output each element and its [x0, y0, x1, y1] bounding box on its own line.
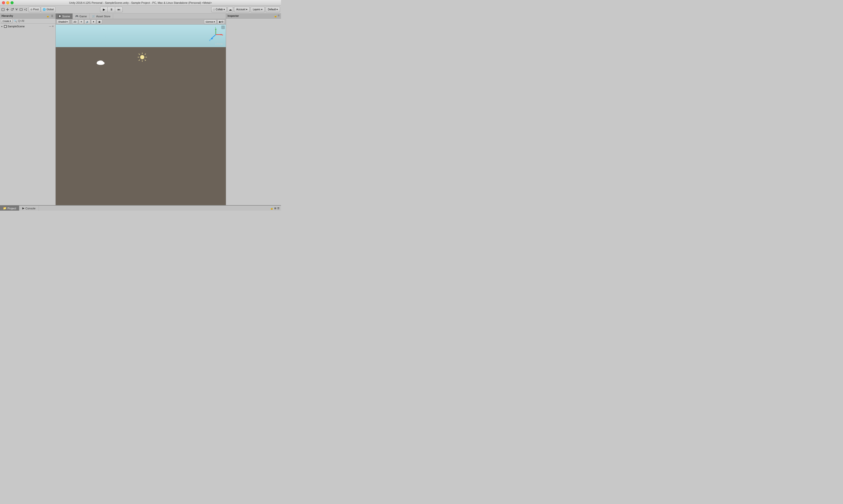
inspector-content [226, 19, 281, 205]
inspector-lock-icon[interactable]: 🔒 [274, 15, 277, 17]
cloud-object [96, 60, 105, 67]
game-tab-icon: 🎮 [75, 15, 78, 18]
gizmos-group: Gizmos ▾ ◉All [204, 20, 225, 24]
hierarchy-item-samplescene[interactable]: ▸ 🔲 SampleScene — ✕ [0, 24, 55, 29]
hierarchy-lock-icon[interactable]: 🔒 [46, 14, 49, 18]
hierarchy-content: ▸ 🔲 SampleScene — ✕ [0, 23, 55, 205]
cloud-upload-button[interactable]: ☁ [228, 7, 233, 12]
bottom-lock-icon[interactable]: 🔒 [270, 207, 273, 210]
persp-label: ◂ Persp [215, 43, 223, 45]
global-button[interactable]: 🌐 Global [41, 7, 55, 12]
svg-marker-31 [210, 38, 213, 40]
scene-area: 🔲 Scene 🎮 Game 🛒 Asset Store Shaded ▾ 2D [56, 14, 226, 205]
hierarchy-panel: Hierarchy 🔒 ☰ Create ▾ 🔍 Q+All ▸ 🔲 Sampl… [0, 14, 56, 205]
bottom-maximize-icon[interactable]: ⊞ [274, 207, 276, 210]
shaded-dropdown[interactable]: Shaded ▾ [57, 20, 69, 24]
play-button[interactable]: ▶ [100, 7, 108, 12]
inspector-header: Inspector 🔒 ☰ [226, 14, 281, 19]
sky-area [56, 24, 226, 47]
minimize-button[interactable] [6, 1, 9, 4]
window-title: Unity 2018.4.12f1 Personal - SampleScene… [69, 1, 212, 4]
main-toolbar: ⊙ Pivot 🌐 Global ▶ ⏸ ⏭ Collab ▾ ☁ Accoun… [0, 5, 281, 14]
tab-console[interactable]: ▶ Console [19, 205, 39, 211]
bottom-area: 📁 Project ▶ Console 🔒 ⊞ ☰ Create ▾ [0, 205, 281, 211]
svg-text:Z: Z [209, 39, 211, 41]
inspector-panel: Inspector 🔒 ☰ [226, 14, 281, 205]
account-dropdown[interactable]: Account ▾ [234, 7, 250, 12]
move-tool-icon[interactable] [5, 7, 10, 12]
hierarchy-menu-icon[interactable]: ☰ [50, 14, 54, 18]
layout-dropdown[interactable]: Default ▾ [266, 7, 280, 12]
pivot-button[interactable]: ⊙ Pivot [29, 7, 40, 12]
lighting-button[interactable]: ☀ [79, 20, 84, 24]
hierarchy-header: Hierarchy 🔒 ☰ [0, 14, 55, 19]
pause-button[interactable]: ⏸ [108, 7, 115, 12]
bottom-tabs: 📁 Project ▶ Console 🔒 ⊞ ☰ [0, 205, 281, 211]
sun-icon: ☀ [80, 21, 82, 23]
hierarchy-toolbar: Create ▾ 🔍 Q+All [0, 19, 55, 23]
transform-all-icon[interactable] [23, 7, 28, 12]
hierarchy-title: Hierarchy [1, 15, 45, 17]
window-controls [2, 1, 14, 4]
2d-button[interactable]: 2D [72, 20, 78, 24]
svg-line-21 [139, 60, 140, 61]
bottom-menu-icon[interactable]: ☰ [277, 207, 280, 210]
inspector-title: Inspector [228, 15, 273, 17]
tab-game[interactable]: 🎮 Game [73, 14, 90, 19]
step-icon: ⏭ [118, 8, 120, 11]
svg-point-11 [26, 8, 27, 9]
toolbar-divider-1 [70, 20, 71, 24]
step-button[interactable]: ⏭ [115, 7, 123, 12]
svg-point-10 [24, 9, 25, 10]
svg-rect-0 [2, 8, 4, 11]
gizmos-all-button[interactable]: ◉All [217, 20, 225, 24]
svg-line-19 [145, 60, 146, 61]
effects-button[interactable]: ✦ [91, 20, 96, 24]
close-button[interactable] [2, 1, 5, 4]
asset-store-tab-icon: 🛒 [92, 15, 95, 18]
transform-tools [1, 7, 28, 12]
hand-tool-icon[interactable] [1, 7, 5, 12]
maximize-button[interactable] [11, 1, 14, 4]
audio-button[interactable]: 🔊 [85, 20, 90, 24]
layers-dropdown[interactable]: Layers ▾ [251, 7, 265, 12]
scene-gizmo[interactable]: X Y Z [208, 27, 223, 42]
collab-button[interactable]: Collab ▾ [211, 7, 227, 12]
inspector-menu-icon[interactable]: ☰ [278, 15, 280, 17]
right-toolbar: Collab ▾ ☁ Account ▾ Layers ▾ Default ▾ [211, 7, 280, 12]
inspector-controls: 🔒 ☰ [274, 15, 280, 17]
bottom-tab-controls: 🔒 ⊞ ☰ [270, 207, 281, 210]
shaded-arrow: ▾ [67, 21, 68, 23]
gizmos-arrow: ▾ [214, 21, 215, 23]
svg-point-5 [11, 8, 13, 11]
create-dropdown-arrow: ▾ [10, 20, 11, 22]
project-tab-icon: 📁 [3, 206, 6, 210]
globe-icon: 🌐 [43, 8, 46, 11]
rect-tool-icon[interactable] [19, 7, 23, 12]
tab-asset-store[interactable]: 🛒 Asset Store [90, 14, 113, 19]
collab-status-dot [213, 8, 215, 11]
console-tab-icon: ▶ [22, 206, 24, 210]
titlebar: Unity 2018.4.12f1 Personal - SampleScene… [0, 0, 281, 5]
overlay-button[interactable]: ▦ [97, 20, 102, 24]
cloud-icon: ☁ [229, 8, 232, 11]
tab-scene[interactable]: 🔲 Scene [56, 14, 73, 19]
hierarchy-search-icon[interactable]: 🔍 [14, 19, 17, 23]
ground-area [56, 47, 226, 205]
gizmos-button[interactable]: Gizmos ▾ [204, 20, 216, 24]
audio-icon: 🔊 [86, 21, 89, 23]
svg-point-13 [140, 55, 144, 59]
hierarchy-create-button[interactable]: Create ▾ [1, 19, 13, 23]
tab-project[interactable]: 📁 Project [0, 205, 19, 211]
viewport-minimize-button[interactable]: — [221, 25, 225, 29]
scene-viewport[interactable]: X Y Z ◂ Persp — [56, 24, 226, 205]
hierarchy-search-all: Q+All [18, 20, 24, 22]
svg-text:X: X [222, 34, 223, 36]
play-controls: ▶ ⏸ ⏭ [100, 7, 123, 12]
svg-text:Y: Y [215, 27, 216, 28]
scale-tool-icon[interactable] [15, 7, 19, 12]
tabs-row: 🔲 Scene 🎮 Game 🛒 Asset Store [56, 14, 226, 19]
svg-line-18 [139, 54, 140, 55]
play-icon: ▶ [103, 8, 105, 11]
rotate-tool-icon[interactable] [10, 7, 14, 12]
